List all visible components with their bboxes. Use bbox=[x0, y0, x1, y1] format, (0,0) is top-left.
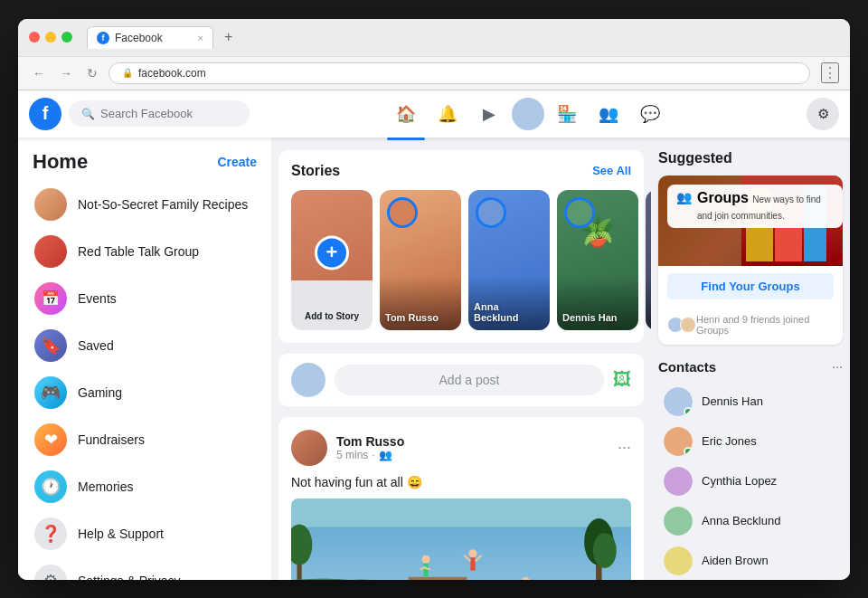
sidebar-icon-events: 📅 bbox=[34, 282, 67, 315]
post-text: Not having fun at all 😄 bbox=[291, 475, 631, 489]
sidebar-header: Home Create bbox=[25, 147, 264, 181]
story-tom-russo[interactable]: Tom Russo bbox=[380, 190, 461, 330]
contact-dennis-han[interactable]: Dennis Han bbox=[658, 382, 843, 422]
stories-title: Stories bbox=[291, 163, 340, 179]
sidebar-item-help[interactable]: ❓ Help & Support bbox=[25, 510, 264, 557]
story-label-anna: Anna Becklund bbox=[474, 301, 544, 323]
story-anna-becklund[interactable]: Anna Becklund bbox=[468, 190, 550, 330]
facebook-logo: f bbox=[29, 98, 61, 130]
svg-line-12 bbox=[425, 568, 430, 569]
contact-name-eric: Eric Jones bbox=[702, 434, 757, 448]
contact-anna-becklund[interactable]: Anna Becklund bbox=[658, 501, 843, 541]
browser-titlebar: f Facebook × + bbox=[18, 19, 850, 56]
friends-joined-text: Henri and 9 friends joined Groups bbox=[696, 314, 834, 336]
tab-close-button[interactable]: × bbox=[198, 33, 203, 43]
right-sidebar: Suggested bbox=[651, 138, 850, 580]
sidebar-item-settings-privacy[interactable]: ⚙ Settings & Privacy bbox=[25, 557, 264, 580]
sidebar-label-events: Events bbox=[78, 291, 117, 306]
search-bar[interactable]: 🔍 bbox=[69, 100, 250, 127]
sidebar-icon-red-table bbox=[34, 235, 67, 268]
sidebar-item-fundraisers[interactable]: ❤ Fundraisers bbox=[25, 416, 264, 463]
post-separator: · bbox=[372, 449, 374, 461]
profile-avatar[interactable] bbox=[512, 98, 544, 130]
add-story-icon: + bbox=[315, 235, 349, 270]
top-nav-left: f 🔍 bbox=[29, 98, 250, 130]
sidebar-icon-settings: ⚙ bbox=[34, 565, 67, 580]
contacts-title: Contacts bbox=[658, 359, 716, 375]
add-photo-button[interactable]: 🖼 bbox=[613, 369, 631, 390]
add-story-label: Add to Story bbox=[295, 311, 369, 321]
groups-badge: 👥 Groups New ways to find and join commu… bbox=[667, 185, 843, 228]
sidebar-icon-family-recipes bbox=[34, 188, 67, 221]
tab-title: Facebook bbox=[115, 32, 163, 44]
post-time: 5 mins bbox=[336, 449, 368, 461]
post-image bbox=[291, 498, 631, 580]
new-tab-button[interactable]: + bbox=[224, 29, 232, 45]
sidebar-label-family-recipes: Not-So-Secret Family Recipes bbox=[78, 197, 248, 212]
sidebar-label-memories: Memories bbox=[78, 479, 133, 494]
minimize-button[interactable] bbox=[45, 32, 56, 43]
notifications-nav-button[interactable]: 🔔 bbox=[429, 95, 467, 133]
groups-badge-icon: 👥 bbox=[676, 190, 692, 204]
address-bar[interactable]: 🔒 facebook.com bbox=[108, 62, 810, 84]
home-nav-button[interactable]: 🏠 bbox=[387, 95, 425, 133]
svg-point-13 bbox=[468, 549, 476, 557]
post-meta: 5 mins · 👥 bbox=[336, 449, 404, 461]
sidebar-label-red-table: Red Table Talk Group bbox=[78, 244, 199, 259]
story-dennis-han[interactable]: 🪴 Dennis Han bbox=[557, 190, 638, 330]
post-image-svg bbox=[291, 498, 631, 580]
watch-nav-button[interactable]: ▶ bbox=[470, 95, 508, 133]
browser-tab[interactable]: f Facebook × bbox=[87, 26, 213, 49]
find-groups-button[interactable]: Find Your Groups bbox=[667, 273, 834, 299]
post-header: Tom Russo 5 mins · 👥 ··· bbox=[291, 430, 631, 466]
top-nav: f 🔍 🏠 🔔 ▶ 🏪 👥 💬 ⚙ bbox=[18, 90, 850, 138]
browser-more-button[interactable]: ⋮ bbox=[821, 62, 839, 83]
maximize-button[interactable] bbox=[61, 32, 72, 43]
sidebar-item-events[interactable]: 📅 Events bbox=[25, 275, 264, 322]
contact-aiden-brown[interactable]: Aiden Brown bbox=[658, 541, 843, 580]
settings-nav-button[interactable]: ⚙ bbox=[807, 98, 839, 130]
messenger-nav-button[interactable]: 💬 bbox=[631, 95, 669, 133]
contact-cynthia-lopez[interactable]: Cynthia Lopez bbox=[658, 461, 843, 501]
forward-button[interactable]: → bbox=[56, 64, 76, 82]
contact-avatar-dennis bbox=[664, 387, 693, 416]
post-composer-input[interactable]: Add a post bbox=[335, 365, 604, 395]
groups-nav-button[interactable]: 👥 bbox=[590, 95, 627, 133]
svg-point-5 bbox=[593, 533, 617, 568]
post-options-button[interactable]: ··· bbox=[618, 438, 631, 457]
contact-avatar-anna bbox=[664, 507, 693, 536]
sidebar-item-gaming[interactable]: 🎮 Gaming bbox=[25, 369, 264, 416]
contacts-section: Contacts ··· Dennis Han bbox=[658, 359, 843, 580]
stories-header: Stories See All bbox=[291, 163, 631, 179]
reload-button[interactable]: ↻ bbox=[83, 64, 101, 82]
contact-name-aiden: Aiden Brown bbox=[702, 554, 769, 567]
create-button[interactable]: Create bbox=[217, 155, 257, 169]
traffic-lights bbox=[29, 32, 72, 43]
post-audience-icon: 👥 bbox=[379, 449, 392, 461]
suggested-section: Suggested bbox=[658, 150, 843, 345]
story-avatar-dennis bbox=[564, 197, 595, 228]
sidebar-item-saved[interactable]: 🔖 Saved bbox=[25, 322, 264, 369]
sidebar-icon-help: ❓ bbox=[34, 517, 67, 550]
post-composer-avatar bbox=[291, 363, 326, 397]
sidebar-item-red-table[interactable]: Red Table Talk Group bbox=[25, 228, 264, 275]
close-button[interactable] bbox=[29, 32, 40, 43]
story-cynthia-lopez[interactable]: Cynthia Lopez bbox=[646, 190, 651, 330]
search-input[interactable] bbox=[100, 107, 245, 120]
back-button[interactable]: ← bbox=[29, 64, 49, 82]
sidebar-item-memories[interactable]: 🕐 Memories bbox=[25, 463, 264, 510]
sidebar-title: Home bbox=[33, 150, 88, 174]
search-icon: 🔍 bbox=[81, 108, 95, 120]
sidebar-item-family-recipes[interactable]: Not-So-Secret Family Recipes bbox=[25, 181, 264, 228]
contact-eric-jones[interactable]: Eric Jones bbox=[658, 422, 843, 461]
marketplace-nav-button[interactable]: 🏪 bbox=[548, 95, 586, 133]
tab-favicon: f bbox=[97, 32, 109, 44]
sidebar-icon-saved: 🔖 bbox=[34, 329, 67, 362]
browser-nav: ← → ↻ 🔒 facebook.com ⋮ bbox=[18, 56, 850, 90]
contacts-options-button[interactable]: ··· bbox=[832, 359, 843, 374]
left-sidebar: Home Create Not-So-Secret Family Recipes… bbox=[18, 138, 271, 580]
post-card: Tom Russo 5 mins · 👥 ··· Not having fun … bbox=[278, 417, 644, 580]
see-all-button[interactable]: See All bbox=[592, 164, 631, 177]
add-story-card[interactable]: + Add to Story bbox=[291, 190, 373, 330]
top-nav-center: 🏠 🔔 ▶ 🏪 👥 💬 bbox=[387, 95, 669, 133]
